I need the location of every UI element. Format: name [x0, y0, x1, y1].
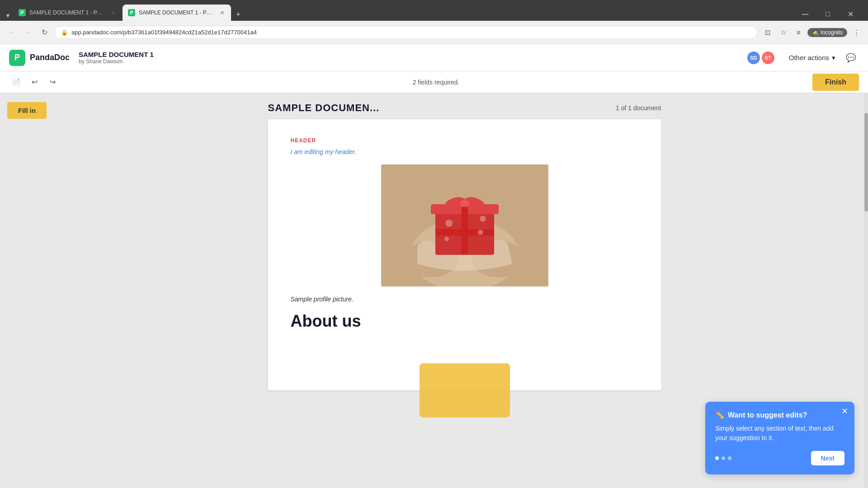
tab-title-1: SAMPLE DOCUMENT 1 - Panda...: [29, 9, 105, 16]
avatar-st: ST: [762, 52, 774, 64]
tab-title-2: SAMPLE DOCUMENT 1 - Panda...: [139, 9, 215, 16]
logo-icon: P: [9, 50, 25, 66]
other-actions-chevron: ▾: [832, 54, 835, 62]
incognito-badge: 🕵 Incognito: [807, 28, 847, 37]
fields-required-label: 2 fields required.: [63, 79, 809, 86]
doc-image-container: [291, 164, 639, 286]
undo-icon: ↩: [32, 78, 38, 86]
popup-dot-2: [722, 456, 725, 460]
tab-close-2[interactable]: ✕: [218, 9, 226, 16]
document-area: Fill in SAMPLE DOCUMEN... 1 of 1 documen…: [0, 93, 868, 488]
popup-footer: Next: [715, 451, 844, 465]
browser-toolbar: ← → ↻ 🔒 app.pandadoc.com/p/b37361a01f394…: [0, 21, 868, 44]
minimize-button[interactable]: ─: [795, 7, 816, 21]
reader-mode-button[interactable]: ≡: [792, 26, 805, 39]
incognito-label: Incognito: [821, 29, 843, 36]
popup-dot-1: [715, 456, 719, 460]
doc-profile-image: [381, 164, 548, 286]
tab-list-button[interactable]: ▾: [4, 10, 12, 21]
doc-about-us-heading: About us: [291, 312, 639, 331]
lock-icon: 🔒: [61, 29, 68, 36]
svg-point-16: [480, 216, 486, 222]
doc-title-bar: SAMPLE DOCUMEN... 1 of 1 document: [268, 102, 661, 114]
fill-in-button[interactable]: Fill in: [7, 102, 47, 119]
popup-dots: [715, 456, 731, 460]
app-header: P PandaDoc SAMPLE DOCUMENT 1 by Shane Da…: [0, 44, 868, 71]
logo-name: PandaDoc: [30, 53, 70, 62]
svg-point-12: [460, 200, 469, 207]
bottom-decoration: [420, 363, 510, 418]
refresh-button[interactable]: ↻: [38, 26, 51, 39]
popup-close-button[interactable]: ✕: [841, 407, 848, 415]
incognito-icon: 🕵: [812, 29, 819, 36]
suggest-edits-popup: ✕ ✏️ Want to suggest edits? Simply selec…: [705, 402, 854, 474]
browser-menu-button[interactable]: ⋮: [850, 26, 863, 39]
tab-favicon-1: P: [19, 9, 26, 16]
tab-bar: ▾ P SAMPLE DOCUMENT 1 - Panda... ✕ P SAM…: [0, 0, 868, 21]
finish-button[interactable]: Finish: [812, 74, 859, 91]
tab-favicon-2: P: [128, 9, 135, 16]
doc-count: 1 of 1 document: [616, 104, 661, 112]
tab-close-1[interactable]: ✕: [109, 9, 116, 16]
svg-point-14: [478, 230, 483, 235]
cast-button[interactable]: ⊡: [761, 26, 774, 39]
bookmark-button[interactable]: ☆: [777, 26, 789, 39]
scrollbar-thumb[interactable]: [864, 113, 868, 212]
maximize-button[interactable]: □: [817, 7, 838, 21]
back-button[interactable]: ←: [5, 26, 18, 39]
browser-toolbar-actions: ⊡ ☆ ≡ 🕵 Incognito ⋮: [761, 26, 863, 39]
doc-page: HEADER I am editing my header.: [268, 119, 661, 390]
close-window-button[interactable]: ✕: [840, 7, 861, 21]
new-tab-button[interactable]: +: [232, 8, 245, 21]
doc-toolbar: 📄 ↩ ↪ 2 fields required. Finish: [0, 71, 868, 93]
avatar-group: SD ST: [747, 52, 774, 64]
pandadoc-logo: P PandaDoc: [9, 50, 70, 66]
doc-image-caption: Sample profile picture.: [291, 296, 639, 303]
undo-button[interactable]: ↩: [27, 75, 42, 89]
popup-title-text: Want to suggest edits?: [728, 411, 807, 419]
redo-button[interactable]: ↪: [45, 75, 60, 89]
address-bar[interactable]: 🔒 app.pandadoc.com/p/b37361a01f39494824c…: [54, 26, 758, 39]
redo-icon: ↪: [50, 78, 56, 86]
doc-author: by Shane Dawson: [79, 58, 154, 65]
chat-icon: 💬: [846, 53, 856, 63]
svg-point-13: [445, 220, 453, 227]
svg-rect-7: [435, 229, 494, 235]
browser-tab-1[interactable]: P SAMPLE DOCUMENT 1 - Panda... ✕: [13, 5, 122, 21]
browser-chrome: ▾ P SAMPLE DOCUMENT 1 - Panda... ✕ P SAM…: [0, 0, 868, 44]
address-text: app.pandadoc.com/p/b37361a01f39494824cd2…: [71, 29, 751, 36]
chat-icon-button[interactable]: 💬: [843, 50, 859, 66]
svg-point-15: [444, 237, 449, 241]
popup-title: ✏️ Want to suggest edits?: [715, 411, 844, 419]
doc-content-wrapper: SAMPLE DOCUMEN... 1 of 1 document HEADER…: [129, 93, 800, 488]
browser-tab-2[interactable]: P SAMPLE DOCUMENT 1 - Panda... ✕: [123, 5, 231, 21]
popup-next-button[interactable]: Next: [811, 451, 844, 465]
popup-dot-3: [728, 456, 731, 460]
scrollbar-track: [864, 93, 868, 488]
document-icon: 📄: [12, 78, 21, 86]
doc-info: SAMPLE DOCUMENT 1 by Shane Dawson: [79, 51, 154, 65]
logo-letter: P: [14, 53, 20, 62]
doc-title: SAMPLE DOCUMENT 1: [79, 51, 154, 58]
avatar-sd: SD: [747, 52, 760, 64]
other-actions-button[interactable]: Other actions ▾: [782, 50, 843, 66]
popup-body-text: Simply select any section of text, then …: [715, 424, 844, 443]
doc-title-bar-title: SAMPLE DOCUMEN...: [268, 102, 380, 114]
forward-button[interactable]: →: [22, 26, 34, 39]
doc-sidebar-left: Fill in: [0, 93, 129, 488]
pencil-icon: ✏️: [715, 411, 724, 419]
doc-header-text: I am editing my header.: [291, 148, 639, 155]
document-view-button[interactable]: 📄: [9, 75, 24, 89]
other-actions-label: Other actions: [789, 54, 829, 61]
doc-header-label: HEADER: [291, 137, 639, 144]
